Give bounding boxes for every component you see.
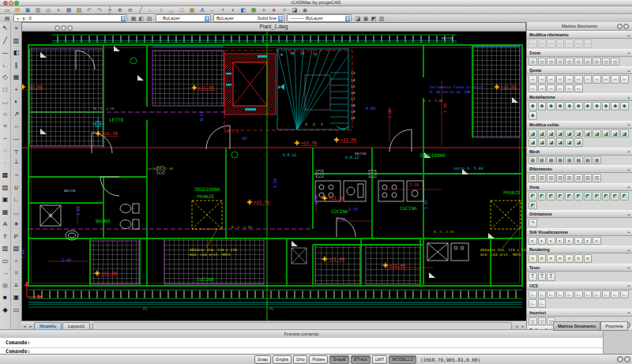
vista-tool-8-icon[interactable]: ◩	[592, 192, 601, 201]
spline-icon[interactable]: ~	[0, 133, 10, 145]
quota-tool-1-icon[interactable]: ↔	[529, 75, 537, 84]
quota-tool-10-icon[interactable]: ↔	[611, 75, 619, 84]
stili-visualizzazione-tool-2-icon[interactable]: ◐	[538, 237, 547, 246]
section-header-mesh[interactable]: Mesh▴	[527, 148, 632, 156]
zoom-in-icon[interactable]: ⊕	[115, 6, 125, 13]
riferimento-tool-1-icon[interactable]: ▥	[529, 174, 537, 182]
lineweight-combo[interactable]: ——— ByLayer ▲▼	[287, 14, 352, 22]
riferimento-tool-8-icon[interactable]: ▥	[592, 174, 601, 182]
modifica-solido-tool-5-icon[interactable]: ◪	[565, 129, 574, 138]
status-toggle-polare[interactable]: Polare	[309, 355, 328, 364]
vista-tool-2-icon[interactable]: ◩	[538, 192, 547, 201]
quota-tool-13-icon[interactable]: ↔	[538, 84, 547, 93]
modellazione-tool-10-icon[interactable]: ◆	[611, 102, 619, 111]
rendering-tool-6-icon[interactable]: ●	[574, 254, 583, 263]
edit-polyline-icon[interactable]: P	[11, 231, 21, 243]
testo-tool-1-icon[interactable]: T	[529, 272, 537, 281]
preview-icon[interactable]: ◎	[43, 6, 53, 13]
trim-icon[interactable]: ┬	[11, 144, 21, 157]
polyline-icon[interactable]: ∟	[146, 6, 156, 13]
circle-icon[interactable]: ○	[156, 6, 166, 13]
section-collapse-icon[interactable]: ▴	[628, 212, 630, 216]
testo-tool-3-icon[interactable]: T	[547, 272, 555, 281]
rendering-tool-2-icon[interactable]: ●	[538, 254, 547, 263]
zoom-tool-2-icon[interactable]: ◎	[538, 58, 547, 66]
stretch-icon[interactable]: ↔	[11, 120, 21, 133]
line-icon[interactable]: ╱	[0, 35, 10, 47]
ucs-tool-11-icon[interactable]: ∟	[620, 291, 629, 299]
linetype-stepper[interactable]: ▲▼	[278, 16, 283, 21]
vista-tool-6-icon[interactable]: ◩	[574, 192, 583, 201]
section-header-modifica-riferimento[interactable]: Modifica riferimento▴	[527, 31, 632, 39]
quota-tool-14-icon[interactable]: ↔	[547, 84, 555, 93]
stili-visualizzazione-tool-1-icon[interactable]: ◐	[529, 237, 537, 246]
section-header-vista[interactable]: Vista▴	[527, 183, 632, 191]
status-toggle-modello[interactable]: MODELLO	[389, 355, 416, 364]
mesh-tool-3-icon[interactable]: ▦	[547, 156, 555, 165]
move-icon[interactable]: +	[218, 6, 228, 13]
modifica-solido-tool-16-icon[interactable]: ◪	[565, 138, 574, 147]
riferimento-tool-2-icon[interactable]: ▥	[538, 174, 547, 182]
lengthen-icon[interactable]: —	[11, 133, 21, 145]
quota-tool-15-icon[interactable]: ↔	[556, 84, 565, 93]
modellazione-tool-6-icon[interactable]: ◆	[574, 102, 583, 111]
modifica-riferimento-tool-3-icon[interactable]: ▭	[547, 39, 555, 48]
modifica-solido-tool-14-icon[interactable]: ◪	[547, 138, 555, 147]
section-collapse-icon[interactable]: ▴	[628, 69, 630, 73]
modellazione-tool-5-icon[interactable]: ◆	[565, 102, 574, 111]
section-header-testo[interactable]: Testo▴	[527, 264, 632, 272]
plot-icon[interactable]: ▥	[33, 6, 43, 13]
inserisci-tool-2-icon[interactable]: ▽	[538, 317, 547, 326]
cut-icon[interactable]: ×	[54, 6, 63, 13]
section-collapse-icon[interactable]: ▴	[628, 230, 630, 234]
modellazione-tool-2-icon[interactable]: ◆	[538, 102, 547, 111]
rendering-tool-5-icon[interactable]: ●	[565, 254, 574, 263]
inserisci-tool-1-icon[interactable]: ▽	[529, 317, 537, 326]
status-toggle-snap[interactable]: Snap	[254, 355, 271, 364]
array-icon[interactable]: ▦	[11, 71, 21, 84]
stili-visualizzazione-tool-8-icon[interactable]: ◐	[592, 237, 601, 246]
drawing-canvas[interactable]: LETTOBAGNOSOGGIORNOPRANZOCUCINACUCINACUC…	[22, 32, 525, 322]
mesh-tool-8-icon[interactable]: ▦	[592, 156, 601, 165]
section-collapse-icon[interactable]: ▴	[628, 51, 630, 54]
ucs-tool-1-icon[interactable]: ∟	[529, 291, 537, 299]
quota-tool-4-icon[interactable]: ↔	[556, 75, 565, 84]
polyline-icon[interactable]: ∟	[0, 59, 10, 72]
scale-icon[interactable]: ↗	[11, 108, 21, 121]
quota-tool-12-icon[interactable]: ↔	[529, 84, 537, 93]
modifica-solido-tool-9-icon[interactable]: ◪	[602, 129, 611, 138]
modellazione-tool-9-icon[interactable]: ◆	[602, 102, 611, 111]
modifica-solido-tool-1-icon[interactable]: ◪	[529, 129, 537, 138]
ray-icon[interactable]: →	[0, 267, 10, 280]
join-icon[interactable]: ∪	[11, 182, 21, 194]
settings-icon[interactable]: ◉	[300, 6, 310, 13]
quota-tool-11-icon[interactable]: ↔	[620, 75, 629, 84]
group-icon[interactable]: ▣	[11, 291, 21, 304]
vista-tool-7-icon[interactable]: ◩	[584, 192, 592, 201]
zoom-tool-3-icon[interactable]: ◎	[547, 58, 555, 66]
modifica-solido-tool-12-icon[interactable]: ◪	[529, 138, 537, 147]
rendering-tool-1-icon[interactable]: ●	[529, 254, 537, 263]
zoom-tool-9-icon[interactable]: ◎	[602, 58, 611, 66]
modifica-solido-tool-11-icon[interactable]: ◪	[620, 129, 629, 138]
ucs-tool-13-icon[interactable]: ∟	[538, 299, 547, 308]
open-icon[interactable]: ▤	[13, 6, 22, 13]
mesh-tool-4-icon[interactable]: ▦	[556, 156, 565, 165]
table-icon[interactable]: ▦	[0, 206, 10, 219]
wipeout-icon[interactable]: ▭	[0, 255, 10, 268]
align-icon[interactable]: ≡	[11, 280, 21, 292]
revision-cloud-icon[interactable]: ≈	[0, 120, 10, 133]
mesh-tool-1-icon[interactable]: ▦	[529, 156, 537, 165]
edit-hatch-icon[interactable]: ▧	[11, 242, 21, 255]
modifica-riferimento-tool-4-icon[interactable]: ▭	[556, 39, 565, 48]
vista-tool-9-icon[interactable]: ◩	[602, 192, 611, 201]
status-toggle-snape[interactable]: SnapE	[329, 355, 349, 364]
pan-icon[interactable]: ┼	[105, 6, 115, 13]
stili-visualizzazione-tool-7-icon[interactable]: ◐	[584, 237, 592, 246]
modifica-riferimento-tool-1-icon[interactable]: ▭	[529, 39, 537, 48]
drawing-title-bar[interactable]: Piant_1.dwg	[22, 23, 525, 32]
linetype-manager-icon[interactable]: ▣	[362, 15, 370, 22]
section-header-inserisci[interactable]: Inserisci▴	[527, 309, 632, 317]
modifica-riferimento-tool-7-icon[interactable]: ▭	[584, 39, 592, 48]
mirror-icon[interactable]: ◧	[11, 47, 21, 59]
